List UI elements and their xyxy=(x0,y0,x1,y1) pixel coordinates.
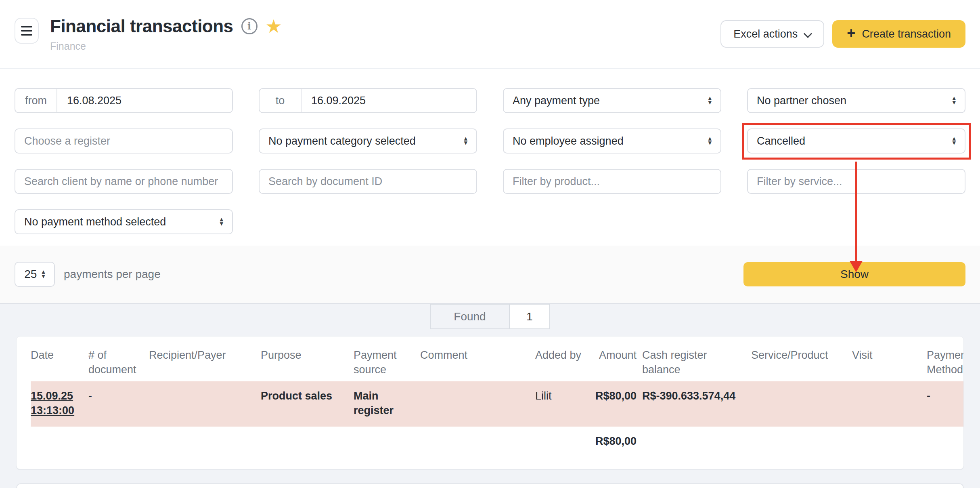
cell-source: Main register xyxy=(354,381,420,427)
col-visit: Visit xyxy=(852,337,927,381)
cell-added-by: Lilit xyxy=(535,381,590,427)
cell-method: - xyxy=(927,381,964,427)
col-added-by: Added by xyxy=(535,337,590,381)
plus-icon: + xyxy=(847,26,855,40)
filters-panel: from 16.08.2025 to 16.09.2025 Any paymen… xyxy=(0,69,980,246)
col-source: Payment source xyxy=(354,337,420,381)
cell-visit xyxy=(852,381,927,427)
date-to-value: 16.09.2025 xyxy=(302,95,375,107)
col-method: Payment Method xyxy=(927,337,964,381)
updown-arrows-icon: ▴▾ xyxy=(220,217,223,226)
client-search-input[interactable] xyxy=(15,169,233,194)
date-from-label: from xyxy=(15,89,57,112)
excel-actions-label: Excel actions xyxy=(733,28,798,40)
date-to-field[interactable]: to 16.09.2025 xyxy=(259,88,477,113)
transaction-row[interactable]: 15.09.25 13:13:00 - Product sales Main r… xyxy=(31,381,964,427)
payment-category-select[interactable]: No payment category selected ▴▾ xyxy=(259,128,477,154)
payment-type-select[interactable]: Any payment type ▴▾ xyxy=(503,88,721,113)
transactions-table: Date # of document Recipient/Payer Purpo… xyxy=(31,337,964,469)
cell-purpose: Product sales xyxy=(261,381,354,427)
excel-actions-button[interactable]: Excel actions xyxy=(720,20,824,48)
hamburger-icon xyxy=(21,26,32,27)
updown-arrows-icon: ▴▾ xyxy=(708,137,712,145)
page-header: Financial transactions i ★ Finance Excel… xyxy=(0,0,980,69)
col-purpose: Purpose xyxy=(261,337,354,381)
col-balance: Cash register balance xyxy=(642,337,751,381)
total-amount: R$80,00 xyxy=(590,427,642,469)
total-row: R$80,00 xyxy=(31,427,964,469)
cell-amount: R$80,00 xyxy=(590,381,642,427)
col-amount: Amount xyxy=(590,337,642,381)
updown-arrows-icon: ▴▾ xyxy=(952,96,956,105)
show-button-label: Show xyxy=(840,268,869,281)
per-page-value: 25 xyxy=(24,268,37,281)
cell-recipient xyxy=(149,381,261,427)
found-label: Found xyxy=(430,304,510,329)
col-date: Date xyxy=(31,337,88,381)
per-page-bar: 25 ▴▾ payments per page Show xyxy=(0,246,980,304)
status-value: Cancelled xyxy=(757,135,805,147)
show-button[interactable]: Show xyxy=(743,262,965,286)
document-search-input[interactable] xyxy=(259,169,477,194)
col-comment: Comment xyxy=(420,337,535,381)
breadcrumb: Finance xyxy=(50,40,282,52)
table-header-row: Date # of document Recipient/Payer Purpo… xyxy=(31,337,964,381)
date-to-label: to xyxy=(260,89,302,112)
payment-category-value: No payment category selected xyxy=(268,135,416,147)
found-counter: Found 1 xyxy=(0,304,980,329)
payment-method-select[interactable]: No payment method selected ▴▾ xyxy=(15,209,233,234)
employee-select[interactable]: No employee assigned ▴▾ xyxy=(503,128,721,154)
per-page-label: payments per page xyxy=(64,268,161,281)
cell-document: - xyxy=(88,381,149,427)
transaction-date-link[interactable]: 15.09.25 13:13:00 xyxy=(31,389,74,418)
employee-value: No employee assigned xyxy=(513,135,624,147)
col-service: Service/Product xyxy=(751,337,852,381)
product-filter-input[interactable] xyxy=(503,169,721,194)
create-transaction-button[interactable]: + Create transaction xyxy=(832,20,965,48)
updown-arrows-icon: ▴▾ xyxy=(42,270,45,278)
partner-value: No partner chosen xyxy=(757,95,846,107)
updown-arrows-icon: ▴▾ xyxy=(952,137,956,145)
per-page-select[interactable]: 25 ▴▾ xyxy=(15,262,55,287)
payment-type-value: Any payment type xyxy=(513,95,600,107)
next-section-card xyxy=(16,483,964,488)
col-recipient: Recipient/Payer xyxy=(149,337,261,381)
register-input[interactable] xyxy=(15,128,233,154)
page-title: Financial transactions xyxy=(50,16,233,36)
updown-arrows-icon: ▴▾ xyxy=(464,137,467,145)
cell-service xyxy=(751,381,852,427)
partner-select[interactable]: No partner chosen ▴▾ xyxy=(747,88,965,113)
cell-balance: R$-390.633.574,44 xyxy=(642,381,751,427)
menu-button[interactable] xyxy=(15,18,39,44)
service-filter-input[interactable] xyxy=(747,169,965,194)
transactions-table-card: Date # of document Recipient/Payer Purpo… xyxy=(16,336,964,469)
status-select[interactable]: Cancelled ▴▾ xyxy=(747,128,965,154)
payment-method-value: No payment method selected xyxy=(24,216,166,228)
financial-transactions-page: Financial transactions i ★ Finance Excel… xyxy=(0,0,980,488)
favorite-star-icon[interactable]: ★ xyxy=(266,17,282,36)
info-icon[interactable]: i xyxy=(241,18,258,34)
create-transaction-label: Create transaction xyxy=(862,28,951,40)
date-from-field[interactable]: from 16.08.2025 xyxy=(15,88,233,113)
found-count[interactable]: 1 xyxy=(510,304,550,329)
results-section: Found 1 Date # of document Recipient/Pay… xyxy=(0,304,980,488)
col-document: # of document xyxy=(88,337,149,381)
cell-comment xyxy=(420,381,535,427)
date-from-value: 16.08.2025 xyxy=(57,95,131,107)
chevron-down-icon xyxy=(805,29,811,36)
updown-arrows-icon: ▴▾ xyxy=(708,96,712,105)
